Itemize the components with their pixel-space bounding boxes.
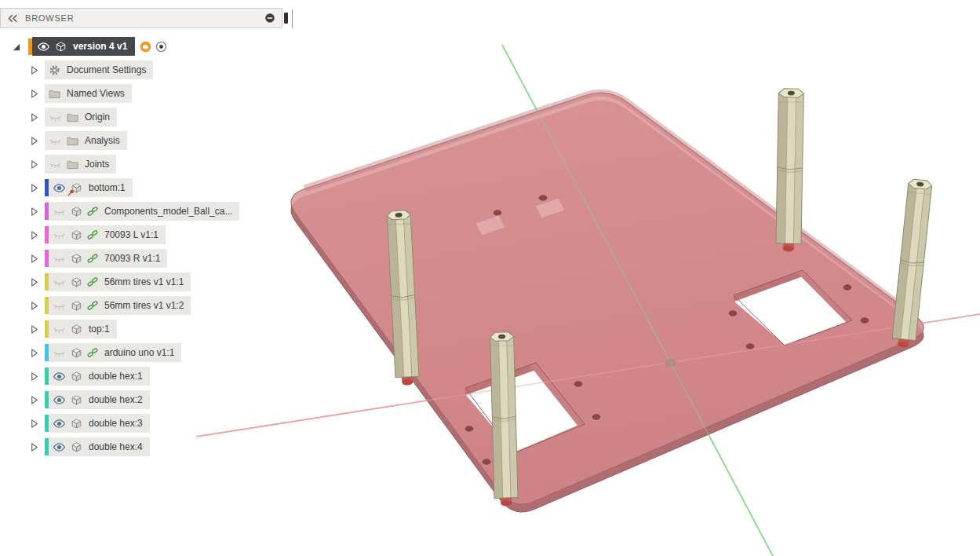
activate-radio-icon[interactable] xyxy=(155,41,167,53)
expand-arrow-icon[interactable] xyxy=(28,182,39,193)
collapse-panel-icon[interactable] xyxy=(7,14,19,23)
component-icon xyxy=(71,182,82,194)
expand-arrow-icon[interactable] xyxy=(28,394,39,405)
tree-item-70093-r-v1-1[interactable]: 70093 R v1:1 xyxy=(0,247,282,270)
tree-item-chip[interactable]: 56mm tires v1 v1:2 xyxy=(49,296,191,315)
expand-arrow-icon[interactable] xyxy=(28,371,39,382)
tree-item-arduino-uno-v1-1[interactable]: arduino uno v1:1 xyxy=(0,341,282,364)
tree-item-label[interactable]: Components_model_Ball_ca... xyxy=(104,206,232,217)
standoff-double-hex-2[interactable] xyxy=(490,332,518,507)
expand-arrow-icon[interactable] xyxy=(28,112,39,123)
tree-item-label[interactable]: arduino uno v1:1 xyxy=(104,347,174,358)
tree-item-double-hex-4[interactable]: double hex:4 xyxy=(0,435,282,459)
visibility-eye-off-icon[interactable] xyxy=(49,159,62,170)
tree-item-chip[interactable]: bottom:1 xyxy=(49,178,133,197)
tree-item-double-hex-1[interactable]: double hex:1 xyxy=(0,364,282,388)
expand-arrow-icon[interactable] xyxy=(28,253,39,264)
component-icon xyxy=(71,418,82,430)
expand-arrow-icon[interactable] xyxy=(28,64,39,75)
visibility-eye-icon[interactable] xyxy=(53,371,66,382)
expand-arrow-icon[interactable] xyxy=(28,418,39,429)
tree-item-chip[interactable]: double hex:3 xyxy=(49,414,150,433)
visibility-eye-off-icon[interactable] xyxy=(49,136,62,146)
visibility-eye-off-icon[interactable] xyxy=(53,277,66,287)
visibility-eye-icon[interactable] xyxy=(53,183,66,193)
tree-item-label[interactable]: double hex:3 xyxy=(89,418,143,429)
standoff-double-hex-3[interactable] xyxy=(776,89,804,252)
tree-item-chip[interactable]: Named Views xyxy=(45,84,132,103)
tree-item-chip[interactable]: arduino uno v1:1 xyxy=(49,343,181,362)
tree-item-chip[interactable]: 56mm tires v1 v1:1 xyxy=(49,273,191,291)
collapse-arrow-icon[interactable] xyxy=(10,41,21,52)
tree-item-70093-l-v1-1[interactable]: 70093 L v1:1 xyxy=(0,223,282,247)
visibility-eye-off-icon[interactable] xyxy=(53,301,66,311)
tree-item-label[interactable]: 56mm tires v1 v1:2 xyxy=(104,300,184,311)
visibility-eye-icon[interactable] xyxy=(37,42,50,52)
tree-item-56mm-tires-v1-v1-2[interactable]: 56mm tires v1 v1:2 xyxy=(0,294,282,317)
visibility-eye-icon[interactable] xyxy=(53,395,66,405)
expand-arrow-icon[interactable] xyxy=(28,347,39,358)
tree-item-double-hex-3[interactable]: double hex:3 xyxy=(0,412,282,435)
visibility-eye-icon[interactable] xyxy=(53,442,66,452)
tree-item-label[interactable]: 70093 R v1:1 xyxy=(104,253,160,264)
panel-resize-handle[interactable] xyxy=(284,13,288,24)
tree-item-top-1[interactable]: top:1 xyxy=(0,317,282,341)
expand-arrow-icon[interactable] xyxy=(28,324,39,335)
tree-item-label[interactable]: double hex:4 xyxy=(89,441,143,452)
tree-item-chip[interactable]: Joints xyxy=(45,155,116,174)
tree-item-label[interactable]: Analysis xyxy=(85,135,120,146)
tree-item-analysis[interactable]: Analysis xyxy=(0,129,282,152)
tree-item-chip[interactable]: top:1 xyxy=(49,320,117,338)
visibility-eye-off-icon[interactable] xyxy=(49,112,62,123)
expand-arrow-icon[interactable] xyxy=(28,441,39,452)
tree-item-label[interactable]: 56mm tires v1 v1:1 xyxy=(104,276,184,287)
tree-item-bottom-1[interactable]: bottom:1 xyxy=(0,176,282,199)
tree-item-chip[interactable]: Origin xyxy=(45,108,117,126)
root-label: version 4 v1 xyxy=(73,41,127,52)
tree-item-named-views[interactable]: Named Views xyxy=(0,82,282,105)
tree-item-joints[interactable]: Joints xyxy=(0,152,282,176)
expand-arrow-icon[interactable] xyxy=(28,135,39,146)
expand-arrow-icon[interactable] xyxy=(28,300,39,311)
root-chip[interactable]: version 4 v1 xyxy=(32,37,135,56)
plate-body-bottom[interactable] xyxy=(291,93,924,512)
tree-item-origin[interactable]: Origin xyxy=(0,105,282,129)
visibility-eye-off-icon[interactable] xyxy=(53,324,66,335)
tree-item-root[interactable]: version 4 v1 xyxy=(0,35,282,58)
tree-item-document-settings[interactable]: Document Settings xyxy=(0,58,282,82)
visibility-eye-off-icon[interactable] xyxy=(53,348,66,358)
tree-item-label[interactable]: Named Views xyxy=(67,88,125,99)
component-icon xyxy=(71,441,82,453)
tree-item-56mm-tires-v1-v1-1[interactable]: 56mm tires v1 v1:1 xyxy=(0,270,282,294)
visibility-eye-icon[interactable] xyxy=(53,419,66,429)
tree-item-chip[interactable]: 70093 L v1:1 xyxy=(49,225,166,244)
tree-item-label[interactable]: top:1 xyxy=(89,324,110,335)
tree-item-chip[interactable]: 70093 R v1:1 xyxy=(49,249,167,268)
tree-item-label[interactable]: double hex:1 xyxy=(89,371,143,382)
tree-item-label[interactable]: Joints xyxy=(85,159,109,170)
expand-arrow-icon[interactable] xyxy=(28,276,39,287)
visibility-eye-off-icon[interactable] xyxy=(53,207,66,217)
tree-item-chip[interactable]: Document Settings xyxy=(45,60,153,79)
expand-arrow-icon[interactable] xyxy=(28,159,39,170)
tree-item-label[interactable]: 70093 L v1:1 xyxy=(104,229,158,240)
tree-item-chip[interactable]: Analysis xyxy=(45,131,127,150)
visibility-eye-off-icon[interactable] xyxy=(53,254,66,264)
expand-arrow-icon[interactable] xyxy=(28,88,39,99)
tree-item-double-hex-2[interactable]: double hex:2 xyxy=(0,388,282,412)
tree-item-label[interactable]: double hex:2 xyxy=(89,394,143,405)
tree-item-label[interactable]: Origin xyxy=(85,112,110,123)
tree-item-label[interactable]: bottom:1 xyxy=(89,182,126,193)
tree-item-chip[interactable]: Components_model_Ball_ca... xyxy=(49,202,239,221)
tree-item-components-model-ball-ca[interactable]: Components_model_Ball_ca... xyxy=(0,199,282,223)
browser-header[interactable]: BROWSER xyxy=(0,8,282,28)
visibility-eye-off-icon[interactable] xyxy=(53,230,66,240)
tree-item-chip[interactable]: double hex:2 xyxy=(49,390,150,409)
fusion-canvas[interactable]: BROWSER xyxy=(0,0,980,556)
tree-item-label[interactable]: Document Settings xyxy=(67,64,146,75)
expand-arrow-icon[interactable] xyxy=(28,206,39,217)
expand-arrow-icon[interactable] xyxy=(28,229,39,240)
tree-item-chip[interactable]: double hex:4 xyxy=(49,437,150,456)
minimize-panel-icon[interactable] xyxy=(264,13,275,24)
tree-item-chip[interactable]: double hex:1 xyxy=(49,367,150,386)
